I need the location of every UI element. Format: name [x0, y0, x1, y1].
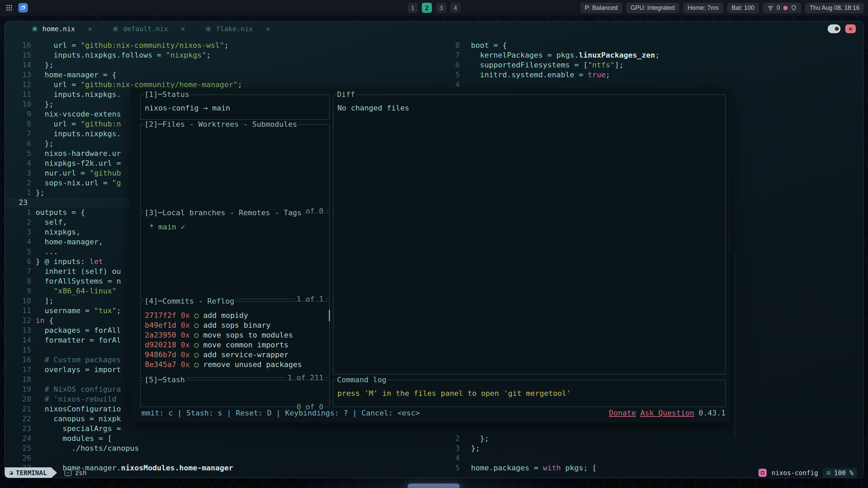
- ping-status[interactable]: Home: 7ms: [683, 3, 723, 13]
- line-number: 5: [5, 148, 31, 158]
- line-number: 9: [5, 286, 31, 296]
- system-tray[interactable]: 0: [763, 3, 801, 13]
- pane-scroll-indicator: [734, 252, 735, 438]
- lazygit-overlay: [1]─Status nixos-config → main [2]─Files…: [131, 89, 731, 423]
- commit-row[interactable]: b49ef1d 0x ○ add sops binary: [145, 320, 325, 330]
- code-text: nix-vscode-extens: [36, 109, 121, 119]
- commit-row[interactable]: d920218 0x ○ move common imports: [145, 340, 325, 350]
- editor-line: 7 kernelPackages = pkgs.linuxPackages_ze…: [449, 50, 863, 60]
- ask-question-link[interactable]: Ask Question: [640, 409, 694, 417]
- line-number: 13: [5, 70, 31, 80]
- editor-pane-right-top: 8boot = {7 kernelPackages = pkgs.linuxPa…: [449, 40, 863, 89]
- commit-list: 2717f2f 0x ○ add mopidyb49ef1d 0x ○ add …: [141, 302, 329, 369]
- code-text: inputs.nixpkgs.: [36, 89, 121, 99]
- commit-row[interactable]: 2717f2f 0x ○ add mopidy: [145, 310, 325, 320]
- line-number: 12: [5, 80, 31, 89]
- active-tab[interactable]: ✎ zsh: [64, 469, 86, 476]
- lazygit-command-log-panel[interactable]: Command log press 'M' in the files panel…: [333, 380, 726, 407]
- line-number: 8: [5, 276, 31, 286]
- tab-close-icon[interactable]: ×: [88, 25, 92, 33]
- edit-icon: ✎: [64, 469, 72, 476]
- editor-line: 3};: [449, 443, 863, 453]
- lazygit-status-panel[interactable]: [1]─Status nixos-config → main: [140, 95, 330, 120]
- power-profile-status[interactable]: P: Balanced: [580, 3, 622, 13]
- line-number: 5: [449, 70, 460, 80]
- line-number: 2: [5, 178, 31, 188]
- line-number: 7: [5, 129, 31, 139]
- lazygit-commits-panel[interactable]: [4]─Commits - Reflog 2717f2f 0x ○ add mo…: [140, 301, 330, 378]
- line-number: 16: [5, 355, 31, 365]
- line-number: 11: [5, 306, 31, 316]
- workspace-button[interactable]: 4: [450, 3, 460, 13]
- tab-label: default.nix: [123, 25, 168, 33]
- code-text: nixosConfiguratio: [36, 404, 121, 414]
- line-number: 3: [5, 168, 31, 178]
- line-number: 10: [5, 99, 31, 109]
- workspace-button[interactable]: 1: [408, 3, 418, 13]
- commits-scrollbar[interactable]: [329, 310, 330, 321]
- terminal-mode-icon: ◪: [9, 469, 13, 476]
- editor-tab[interactable]: default.nix×: [112, 25, 185, 33]
- terminal-window: home.nix×default.nix×flake.nix× × 16 url…: [4, 21, 864, 478]
- editor-line: 24 modules = [: [5, 433, 449, 443]
- donate-link[interactable]: Donate: [609, 409, 636, 417]
- line-number: 21: [5, 404, 31, 414]
- tab-close-icon[interactable]: ×: [181, 25, 185, 33]
- code-text: inherit (self) ou: [36, 266, 121, 276]
- line-number: 15: [5, 50, 31, 60]
- battery-widget: ≡ 100 %: [823, 468, 857, 477]
- line-number: 4: [449, 80, 460, 89]
- code-text: specialArgs =: [36, 424, 121, 433]
- editor-tab[interactable]: home.nix×: [31, 25, 92, 33]
- powerline-separator: [52, 468, 57, 478]
- code-text: username = "tux";: [36, 306, 121, 316]
- code-text: # Custom packages: [36, 355, 121, 365]
- code-text: } @ inputs: let: [36, 257, 103, 266]
- code-text: boot = {: [471, 40, 507, 50]
- line-number: 7: [449, 50, 460, 60]
- code-text: };: [36, 139, 54, 148]
- code-text: packages = forAll: [36, 325, 121, 335]
- branch-item[interactable]: * main ✓: [145, 222, 325, 232]
- editor-tab[interactable]: flake.nix×: [205, 25, 270, 33]
- diff-message: No changed files: [337, 104, 409, 112]
- window-close-button[interactable]: ×: [845, 24, 856, 33]
- line-number: 3: [449, 443, 460, 453]
- lazygit-links: Donate Ask Question 0.43.1: [609, 409, 726, 417]
- mode-indicator[interactable]: ◪ TERMINAL: [5, 467, 52, 478]
- workspace-button[interactable]: 2: [422, 3, 432, 13]
- code-text: "x86_64-linux": [36, 286, 116, 296]
- tab-bar: home.nix×default.nix×flake.nix× ×: [5, 21, 863, 36]
- line-number: 20: [5, 394, 31, 404]
- panel-title: [2]─Files - Worktrees - Submodules: [143, 120, 298, 129]
- nix-snowflake-icon: [205, 25, 212, 33]
- window-controls: ×: [828, 24, 856, 33]
- line-number: 5: [5, 247, 31, 257]
- commit-row[interactable]: 9486b7d 0x ○ add service-wrapper: [145, 350, 325, 360]
- clock[interactable]: Thu Aug 08, 18:16: [805, 3, 864, 13]
- code-text: self,: [36, 217, 67, 227]
- line-number: 1: [5, 188, 31, 198]
- tab-close-icon[interactable]: ×: [265, 25, 270, 33]
- lazygit-branches-panel[interactable]: [3]─Local branches - Remotes - Tags * ma…: [140, 213, 330, 299]
- toggle-switch[interactable]: [828, 24, 841, 33]
- commit-row[interactable]: 2a23950 0x ○ move sops to modules: [145, 330, 325, 340]
- commit-row[interactable]: 8e345a7 0x ○ remove unused packages: [145, 360, 325, 369]
- line-number: 22: [5, 414, 31, 424]
- lazygit-diff-panel[interactable]: Diff No changed files: [333, 95, 726, 374]
- battery-status[interactable]: Bat: 100: [727, 3, 759, 13]
- panel-title: Command log: [336, 375, 388, 385]
- code-text: kernelPackages = pkgs.linuxPackages_zen;: [471, 50, 659, 60]
- code-text: overlays = import: [36, 365, 121, 374]
- gpu-status[interactable]: GPU: Integrated: [626, 3, 679, 13]
- apps-grid-icon[interactable]: [5, 4, 13, 12]
- active-window-badge[interactable]: [18, 3, 28, 13]
- code-text: ./hosts/canopus: [36, 443, 139, 453]
- lazygit-files-panel[interactable]: [2]─Files - Worktrees - Submodules 0 of …: [140, 124, 330, 211]
- keybinding-help: mmit: c | Stash: s | Reset: D | Keybindi…: [141, 409, 420, 417]
- workspace-button[interactable]: 3: [436, 3, 446, 13]
- editor-line: 4: [449, 80, 863, 89]
- editor-line: 6 supportedFilesystems = ["ntfs"];: [449, 60, 863, 70]
- lazygit-stash-panel[interactable]: [5]─Stash 0 of 0: [140, 380, 330, 407]
- code-text: url = "github:nix-community/nixos-wsl";: [36, 40, 229, 50]
